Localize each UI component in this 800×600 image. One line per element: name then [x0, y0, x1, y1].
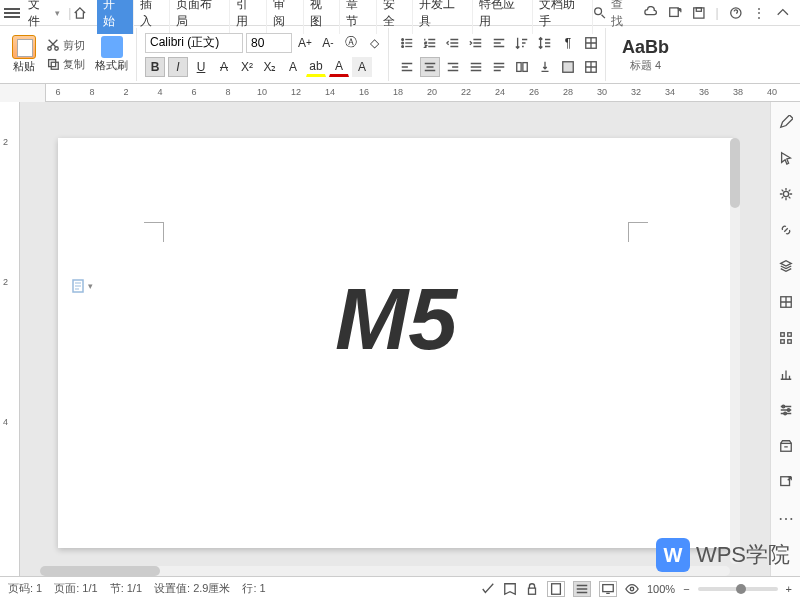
float-marker[interactable]: ▾: [70, 278, 93, 294]
highlight-button[interactable]: ab: [306, 57, 326, 77]
shading-button[interactable]: [558, 57, 578, 77]
layers-icon[interactable]: [776, 256, 796, 276]
pencil-icon[interactable]: [776, 112, 796, 132]
distribute-button[interactable]: [489, 57, 509, 77]
svg-point-6: [55, 47, 59, 51]
grow-font-button[interactable]: A+: [295, 33, 315, 53]
ltr-button[interactable]: [489, 33, 509, 53]
status-pagecode[interactable]: 页码: 1: [8, 581, 42, 596]
bold-button[interactable]: B: [145, 57, 165, 77]
svg-rect-23: [787, 340, 791, 344]
more-icon[interactable]: ⋮: [752, 5, 766, 21]
ruler-num: 10: [257, 87, 267, 97]
align-center-button[interactable]: [420, 57, 440, 77]
gear-icon[interactable]: [776, 184, 796, 204]
link-icon[interactable]: [776, 220, 796, 240]
sliders-icon[interactable]: [776, 400, 796, 420]
canvas-area: M5 ▾: [20, 102, 770, 576]
collapse-icon[interactable]: [776, 6, 790, 20]
document-content[interactable]: M5: [58, 268, 734, 370]
book-icon[interactable]: [503, 582, 517, 596]
table-button[interactable]: [581, 57, 601, 77]
export-icon[interactable]: [776, 472, 796, 492]
spellcheck-icon[interactable]: [481, 582, 495, 596]
copy-button[interactable]: 复制: [43, 56, 88, 73]
status-section[interactable]: 节: 1/1: [110, 581, 142, 596]
cut-button[interactable]: 剪切: [43, 37, 88, 54]
font-size-select[interactable]: [246, 33, 292, 53]
file-menu[interactable]: 文件 ▾: [22, 0, 67, 30]
italic-button[interactable]: I: [168, 57, 188, 77]
underline-button[interactable]: U: [191, 57, 211, 77]
outdent-button[interactable]: [443, 33, 463, 53]
columns-button[interactable]: [512, 57, 532, 77]
scroll-thumb-v[interactable]: [730, 138, 740, 208]
indent-button[interactable]: [466, 33, 486, 53]
style-preview[interactable]: AaBb: [614, 37, 677, 58]
ruler-num: 2: [3, 137, 8, 147]
chart-icon[interactable]: [776, 364, 796, 384]
status-row[interactable]: 行: 1: [242, 581, 265, 596]
svg-rect-22: [780, 340, 784, 344]
cloud-icon[interactable]: [644, 6, 658, 20]
ruler-num: 2: [123, 87, 128, 97]
font-name-select[interactable]: [145, 33, 243, 53]
status-setting[interactable]: 设置值: 2.9厘米: [154, 581, 230, 596]
char-shading-button[interactable]: A: [352, 57, 372, 77]
home-icon[interactable]: [73, 6, 87, 20]
apps-icon[interactable]: [776, 328, 796, 348]
superscript-button[interactable]: X²: [237, 57, 257, 77]
svg-point-18: [783, 191, 788, 196]
view-web-button[interactable]: [599, 581, 617, 597]
paste-button[interactable]: 粘贴: [8, 33, 40, 76]
more-icon[interactable]: ⋯: [776, 508, 796, 528]
change-case-button[interactable]: Ⓐ: [341, 33, 361, 53]
bullets-button[interactable]: [397, 33, 417, 53]
save-icon[interactable]: [692, 6, 706, 20]
font-color-button[interactable]: A: [329, 57, 349, 77]
cursor-icon[interactable]: [776, 148, 796, 168]
justify-button[interactable]: [466, 57, 486, 77]
scrollbar-horizontal[interactable]: [40, 566, 730, 576]
cut-label: 剪切: [63, 38, 85, 53]
styles-group: AaBb 标题 4: [610, 28, 681, 81]
search-button[interactable]: 查找: [593, 0, 634, 30]
text-direction-button[interactable]: [535, 57, 555, 77]
help-icon[interactable]: [729, 6, 743, 20]
zoom-slider[interactable]: [698, 587, 778, 591]
archive-icon[interactable]: [776, 436, 796, 456]
zoom-in-button[interactable]: +: [786, 583, 792, 595]
text-effect-button[interactable]: A: [283, 57, 303, 77]
align-right-button[interactable]: [443, 57, 463, 77]
borders-button[interactable]: [581, 33, 601, 53]
sort-button[interactable]: [512, 33, 532, 53]
clear-format-button[interactable]: ◇: [364, 33, 384, 53]
format-painter-button[interactable]: 格式刷: [91, 34, 132, 75]
document-page[interactable]: M5: [58, 138, 734, 548]
ruler-num: 18: [393, 87, 403, 97]
svg-point-11: [402, 45, 404, 47]
zoom-knob[interactable]: [736, 584, 746, 594]
lock-icon[interactable]: [525, 582, 539, 596]
line-spacing-button[interactable]: [535, 33, 555, 53]
grid-icon[interactable]: [776, 292, 796, 312]
scroll-thumb-h[interactable]: [40, 566, 160, 576]
scrollbar-vertical[interactable]: [730, 138, 740, 564]
shrink-font-button[interactable]: A-: [318, 33, 338, 53]
show-marks-button[interactable]: ¶: [558, 33, 578, 53]
eye-icon[interactable]: [625, 582, 639, 596]
strike-button[interactable]: A: [214, 57, 234, 77]
zoom-out-button[interactable]: −: [683, 583, 689, 595]
view-outline-button[interactable]: [573, 581, 591, 597]
ruler-horizontal[interactable]: 68246810121416182022242628303234363840: [0, 84, 800, 102]
status-page[interactable]: 页面: 1/1: [54, 581, 97, 596]
zoom-value[interactable]: 100%: [647, 583, 675, 595]
numbering-button[interactable]: [420, 33, 440, 53]
view-print-button[interactable]: [547, 581, 565, 597]
divider: |: [715, 6, 718, 20]
ruler-vertical[interactable]: 224: [0, 102, 20, 576]
share-icon[interactable]: [668, 6, 682, 20]
hamburger-icon[interactable]: [4, 6, 20, 20]
align-left-button[interactable]: [397, 57, 417, 77]
subscript-button[interactable]: X₂: [260, 57, 280, 77]
